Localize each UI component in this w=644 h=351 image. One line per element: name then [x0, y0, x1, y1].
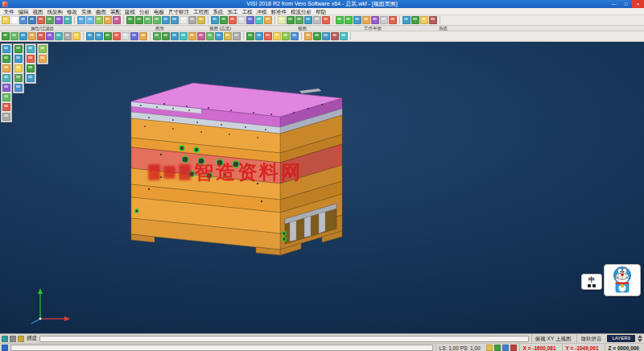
toolbar-icon[interactable] — [246, 16, 254, 24]
toolbar-icon[interactable] — [86, 32, 94, 40]
workplane-indicator[interactable]: 俯视 XY 上视图 — [531, 334, 575, 343]
toolbar-icon[interactable] — [345, 16, 353, 24]
toolbar-icon[interactable] — [322, 32, 330, 40]
toolbar-icon[interactable] — [304, 16, 312, 24]
toolbar-icon[interactable] — [264, 16, 272, 24]
toolbar-icon[interactable] — [27, 64, 35, 72]
menu-item-5[interactable]: 修改 — [65, 8, 80, 15]
toolbar-icon[interactable] — [353, 16, 361, 24]
viewport-canvas[interactable]: 智造资料网 中 — [0, 42, 644, 333]
toolbar-icon[interactable] — [2, 32, 10, 40]
toolbar-icon[interactable] — [19, 16, 27, 24]
menu-item-18[interactable]: 标准件 — [269, 8, 289, 15]
command-input[interactable] — [39, 336, 529, 342]
toolbar-icon[interactable] — [411, 16, 419, 24]
menu-item-7[interactable]: 曲面 — [94, 8, 109, 15]
menu-item-19[interactable]: 模流分析 — [289, 8, 314, 15]
toolbar-icon[interactable] — [2, 45, 10, 53]
toolbar-icon[interactable] — [64, 32, 72, 40]
status-icon[interactable] — [2, 336, 8, 342]
toolbar-icon[interactable] — [291, 32, 299, 40]
toolbar-icon[interactable] — [402, 16, 411, 24]
toolbar-icon[interactable] — [313, 32, 321, 40]
toolbar-icon[interactable] — [10, 32, 19, 40]
toolbar-icon[interactable] — [188, 32, 196, 40]
toolbar-icon[interactable] — [180, 32, 188, 40]
toolbar-icon[interactable] — [14, 45, 23, 53]
toolbar-icon[interactable] — [10, 16, 19, 24]
toolbar-icon[interactable] — [287, 16, 295, 24]
toolbar-icon[interactable] — [77, 16, 85, 24]
toolbar-icon[interactable] — [162, 32, 170, 40]
toolbar-icon[interactable] — [144, 16, 152, 24]
ime-name[interactable]: 微软拼音 — [576, 334, 605, 343]
toolbar-icon[interactable] — [188, 16, 196, 24]
toolbar-icon[interactable] — [237, 16, 246, 24]
mold-3d-model[interactable] — [113, 81, 354, 270]
toolbar-icon[interactable] — [113, 16, 121, 24]
toolbar-icon[interactable] — [282, 32, 290, 40]
toolbar-icon[interactable] — [46, 16, 54, 24]
toolbar-icon[interactable] — [122, 32, 130, 40]
ime-options-icons[interactable] — [588, 284, 596, 287]
toolbar-icon[interactable] — [197, 16, 205, 24]
toolbar-icon[interactable] — [246, 32, 254, 40]
toolbar-icon[interactable] — [104, 32, 112, 40]
toolbar-icon[interactable] — [14, 74, 23, 82]
menu-item-3[interactable]: 视图 — [31, 8, 45, 15]
toolbar-icon[interactable] — [37, 16, 45, 24]
menu-item-15[interactable]: 加工 — [225, 8, 240, 15]
layer-spinner[interactable] — [638, 335, 642, 342]
menu-item-10[interactable]: 分析 — [138, 8, 152, 15]
toolbar-icon[interactable] — [37, 32, 45, 40]
toolbar-icon[interactable] — [264, 32, 272, 40]
toolbar-icon[interactable] — [104, 16, 112, 24]
toolbar-icon[interactable] — [362, 16, 370, 24]
toolbar-icon[interactable] — [27, 74, 35, 82]
toolbar-icon[interactable] — [215, 32, 223, 40]
close-button[interactable]: × — [632, 0, 644, 8]
toolbar-icon[interactable] — [322, 16, 330, 24]
ime-language-bar[interactable]: 中 — [581, 274, 602, 290]
toolbar-icon[interactable] — [211, 16, 219, 24]
toolbar-icon[interactable] — [2, 84, 10, 92]
toolbar-icon[interactable] — [72, 32, 80, 40]
toolbar-icon[interactable] — [2, 103, 10, 111]
toolbar-icon[interactable] — [14, 64, 23, 72]
toolbar-icon[interactable] — [278, 16, 286, 24]
status-icon[interactable] — [10, 336, 16, 342]
menu-item-16[interactable]: 工模 — [240, 8, 254, 15]
toolbar-icon[interactable] — [2, 55, 10, 63]
snap-toggle-icons[interactable] — [2, 336, 24, 342]
minimize-button[interactable]: — — [608, 0, 620, 8]
toolbar-icon[interactable] — [55, 16, 63, 24]
toolbar-icon[interactable] — [153, 16, 161, 24]
toolbar-icon[interactable] — [14, 55, 23, 63]
toolbar-icon[interactable] — [420, 16, 428, 24]
toolbar-icon[interactable] — [39, 45, 47, 53]
toolbar-icon[interactable] — [64, 16, 72, 24]
toolbar-icon[interactable] — [2, 113, 10, 121]
toolbar-icon[interactable] — [336, 16, 344, 24]
toolbar-icon[interactable] — [229, 16, 237, 24]
status-icon[interactable] — [502, 345, 509, 351]
toolbar-icon[interactable] — [273, 32, 281, 40]
toolbar-icon[interactable] — [135, 16, 143, 24]
menu-item-2[interactable]: 编辑 — [16, 8, 31, 15]
toolbar-icon[interactable] — [206, 32, 214, 40]
toolbar-icon[interactable] — [304, 32, 312, 40]
toolbar-icon[interactable] — [331, 32, 339, 40]
menu-item-13[interactable]: 工程图 — [192, 8, 212, 15]
menu-item-4[interactable]: 线架构 — [45, 8, 65, 15]
menu-item-11[interactable]: 电极 — [152, 8, 167, 15]
toolbar-icon[interactable] — [255, 16, 263, 24]
toolbar-icon[interactable] — [126, 16, 134, 24]
toolbar-icon[interactable] — [2, 16, 10, 24]
status-icon[interactable] — [486, 345, 493, 351]
toolbar-icon[interactable] — [95, 32, 103, 40]
status-icon[interactable] — [2, 345, 8, 351]
toolbar-icon[interactable] — [139, 32, 147, 40]
toolbar-icon[interactable] — [295, 16, 303, 24]
toolbar-icon[interactable] — [27, 55, 35, 63]
toolbar-icon[interactable] — [113, 32, 121, 40]
